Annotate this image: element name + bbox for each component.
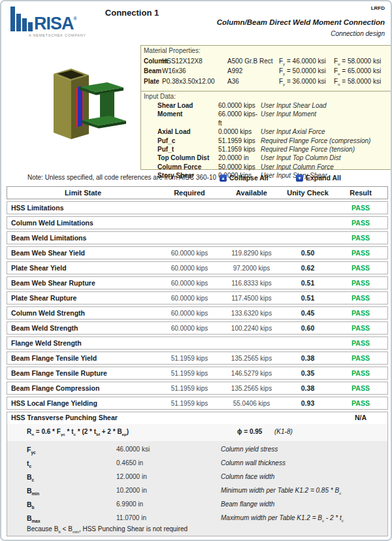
limit-state-name: Plate Shear Yield xyxy=(7,264,159,272)
input-data-box: Input Data: Shear Load60.0000 kipsUser I… xyxy=(140,91,391,170)
result-badge: PASS xyxy=(333,279,389,287)
limit-state-row[interactable]: Plate Shear Rupture60.0000 kips117.4500 … xyxy=(7,291,388,304)
limit-state-name: HSS Local Flange Yielding xyxy=(7,399,159,407)
limit-state-row[interactable]: Beam Weld Strength60.0000 kips100.2240 k… xyxy=(7,321,388,335)
punching-param-row: Bmin10.2000 inMinimum width per Table K1… xyxy=(7,484,387,497)
limit-state-row[interactable]: HSS Local Flange Yielding51.1959 kips55.… xyxy=(7,397,388,410)
collapse-arrow-up-icon: ▲ xyxy=(220,174,227,182)
limit-state-row[interactable]: Beam Weld LimitationsPASS xyxy=(7,231,388,244)
header-result: Result xyxy=(333,189,389,197)
input-value: 51.1959 kips xyxy=(218,137,261,145)
limit-state-row[interactable]: Beam Flange Compression51.1959 kips135.2… xyxy=(7,382,388,395)
punching-shear-title: HSS Transverse Punching Shear xyxy=(11,414,118,421)
material-properties-box: Material Properties: ColumnHSS12X12X8A50… xyxy=(140,45,391,91)
collapse-all-label: Collapse All xyxy=(229,174,269,182)
unity-check-value: 0.62 xyxy=(283,264,333,272)
unity-check-value: 0.50 xyxy=(283,249,333,257)
input-description: Required Flange Force (compression) xyxy=(261,137,391,145)
connection-3d-figure xyxy=(27,47,139,171)
available-value: 119.8290 kips xyxy=(220,250,283,257)
report-page: RISA® A NEMETSCHEK COMPANY Connection 1 … xyxy=(0,0,392,541)
available-value: 146.5279 kips xyxy=(220,370,283,377)
material-fu: Fu = 65.0000 ksi xyxy=(334,67,391,74)
input-value: 66.0000 kips-ft xyxy=(218,110,261,127)
limit-state-row[interactable]: Plate Shear Yield60.0000 kips97.2000 kip… xyxy=(7,261,388,274)
available-value: 133.6320 kips xyxy=(220,310,283,317)
material-row: BeamW16x36A992Fy = 50.0000 ksiFu = 65.00… xyxy=(141,67,391,74)
limit-state-name: Beam Web Shear Yield xyxy=(7,249,159,257)
limit-state-row[interactable]: Flange Weld StrengthPASS xyxy=(7,336,388,350)
input-value: 60.0000 kips xyxy=(218,101,261,110)
param-symbol: Bmax xyxy=(27,514,116,522)
unity-check-value: 0.51 xyxy=(283,294,333,302)
note-toolbar-row: Note: Unless specified, all code referen… xyxy=(1,172,391,184)
available-value: 117.4500 kips xyxy=(220,295,283,302)
materials-rows: ColumnHSS12X12X8A500 Gr.B RectFy = 46.00… xyxy=(141,57,391,85)
required-value: 51.1959 kips xyxy=(159,385,220,392)
result-badge: PASS xyxy=(333,294,389,302)
param-symbol: Bc xyxy=(27,473,116,481)
param-symbol: Bmin xyxy=(27,487,116,495)
limit-state-row[interactable]: Beam Flange Tensile Rupture51.1959 kips1… xyxy=(7,367,388,380)
result-badge: PASS xyxy=(333,399,389,407)
material-size: W16x36 xyxy=(162,67,227,74)
result-badge: PASS xyxy=(333,354,389,362)
material-grade: A992 xyxy=(227,67,279,74)
param-description: Column wall thickness xyxy=(221,459,387,467)
limit-state-row[interactable]: Beam Web Shear Rupture60.0000 kips116.83… xyxy=(7,276,388,289)
param-symbol: Fyc xyxy=(27,446,116,453)
result-badge: PASS xyxy=(333,204,389,212)
material-name: Plate xyxy=(144,78,162,85)
punching-param-row: Bb6.9900 inBeam flange width xyxy=(7,497,387,511)
input-label: Column Force xyxy=(157,163,218,171)
weld-left xyxy=(76,87,78,127)
material-size: HSS12X12X8 xyxy=(162,57,227,65)
param-value: 6.9900 in xyxy=(116,500,221,508)
available-value: 135.2565 kips xyxy=(220,355,283,362)
collapse-all-button[interactable]: ▲ Collapse All xyxy=(220,172,269,183)
connection-plate xyxy=(78,86,82,127)
material-fy: Fy = 50.0000 ksi xyxy=(279,67,334,74)
param-description: Column yield stress xyxy=(221,446,387,453)
input-label: Shear Load xyxy=(157,101,218,110)
punching-param-row: Bmax11.0700 inMaximum width per Table K1… xyxy=(7,511,387,525)
result-badge: PASS xyxy=(333,264,389,272)
limit-state-name: HSS Limitations xyxy=(7,204,159,212)
input-label: Puf_c xyxy=(157,137,218,145)
input-value: 51.1959 kips xyxy=(218,145,261,154)
limit-state-name: Beam Weld Strength xyxy=(7,324,159,332)
limit-state-row[interactable]: Column Weld LimitationsPASS xyxy=(7,216,388,229)
expand-arrow-down-icon: ▼ xyxy=(296,174,303,182)
param-description: Column face width xyxy=(221,473,387,480)
expand-all-button[interactable]: ▼ Expand All xyxy=(296,172,341,183)
limit-state-row[interactable]: Beam Web Shear Yield60.0000 kips119.8290… xyxy=(7,246,388,259)
input-data-title: Input Data: xyxy=(141,91,391,100)
param-value: 11.0700 in xyxy=(116,514,221,521)
limit-state-row[interactable]: HSS LimitationsPASS xyxy=(7,201,388,214)
available-value: 100.2240 kips xyxy=(220,325,283,332)
limit-state-name: Column Weld Strength xyxy=(7,309,159,317)
result-badge: PASS xyxy=(333,339,389,347)
code-reference-note: Note: Unless specified, all code referen… xyxy=(27,174,216,181)
brand-wordmark: RISA® xyxy=(34,16,76,31)
unity-check-value: 0.45 xyxy=(283,309,333,317)
result-badge: PASS xyxy=(333,219,389,227)
header-available: Available xyxy=(220,189,283,197)
limit-state-row[interactable]: Beam Flange Tensile Yield51.1959 kips135… xyxy=(7,352,388,365)
material-fy: Fy = 36.0000 ksi xyxy=(279,78,334,85)
limit-state-row[interactable]: Column Weld Strength60.0000 kips133.6320… xyxy=(7,306,388,320)
material-properties-title: Material Properties: xyxy=(141,46,391,54)
punching-shear-title-row[interactable]: HSS Transverse Punching Shear N/A xyxy=(7,412,387,424)
design-method-badge: LRFD xyxy=(371,5,385,11)
connection-type-subtitle: Column/Beam Direct Weld Moment Connectio… xyxy=(217,18,385,26)
param-symbol: Bb xyxy=(27,500,116,508)
limit-state-name: Plate Shear Rupture xyxy=(7,294,159,302)
available-value: 97.2000 kips xyxy=(220,265,283,272)
result-badge: PASS xyxy=(333,369,389,377)
material-fu: Fu = 58.0000 ksi xyxy=(334,57,391,65)
limit-state-name: Beam Web Shear Rupture xyxy=(7,279,159,287)
code-ref: (K1-8) xyxy=(274,428,293,435)
unity-check-value: 0.38 xyxy=(283,384,333,392)
required-value: 60.0000 kips xyxy=(159,280,220,287)
limit-state-name: Beam Flange Tensile Rupture xyxy=(7,369,159,377)
